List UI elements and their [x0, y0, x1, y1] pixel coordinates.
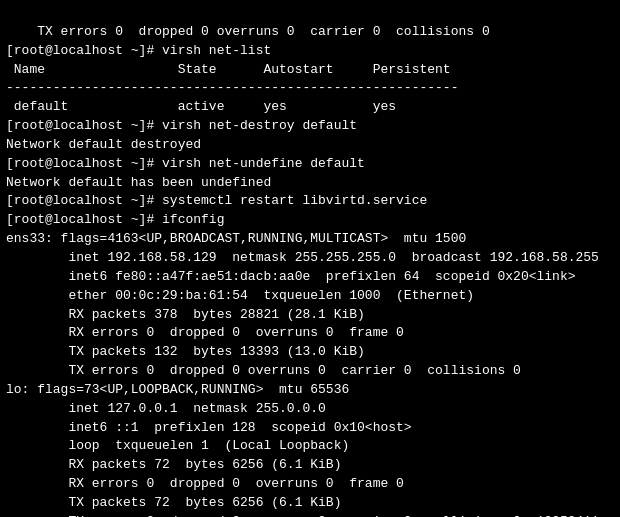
terminal-line: [root@localhost ~]# virsh net-list: [6, 42, 614, 61]
terminal-line: RX packets 72 bytes 6256 (6.1 KiB): [6, 456, 614, 475]
terminal-line: TX packets 72 bytes 6256 (6.1 KiB): [6, 494, 614, 513]
terminal-line: [root@localhost ~]# ifconfig: [6, 211, 614, 230]
terminal-line: TX errors 0 dropped 0 overruns 0 carrier…: [6, 23, 614, 42]
terminal-line: [root@localhost ~]# virsh net-destroy de…: [6, 117, 614, 136]
terminal-window: TX errors 0 dropped 0 overruns 0 carrier…: [0, 0, 620, 517]
terminal-line: TX packets 132 bytes 13393 (13.0 KiB): [6, 343, 614, 362]
terminal-line: Network default has been undefined: [6, 174, 614, 193]
terminal-line: TX errors 0 dropped 0 overruns 0 carrier…: [6, 362, 614, 381]
terminal-line: ----------------------------------------…: [6, 79, 614, 98]
terminal-line: default active yes yes: [6, 98, 614, 117]
terminal-line: RX packets 378 bytes 28821 (28.1 KiB): [6, 306, 614, 325]
terminal-line: [root@localhost ~]# systemctl restart li…: [6, 192, 614, 211]
terminal-line: RX errors 0 dropped 0 overruns 0 frame 0: [6, 475, 614, 494]
terminal-line: loop txqueuelen 1 (Local Loopback): [6, 437, 614, 456]
terminal-line: [root@localhost ~]# virsh net-undefine d…: [6, 155, 614, 174]
terminal-line: TX errors 0 dropped 0 overruns 0 carrier…: [6, 513, 614, 517]
terminal-line: ens33: flags=4163<UP,BROADCAST,RUNNING,M…: [6, 230, 614, 249]
terminal-line: inet6 ::1 prefixlen 128 scopeid 0x10<hos…: [6, 419, 614, 438]
terminal-line: RX errors 0 dropped 0 overruns 0 frame 0: [6, 324, 614, 343]
terminal-line: inet6 fe80::a47f:ae51:dacb:aa0e prefixle…: [6, 268, 614, 287]
terminal-line: Name State Autostart Persistent: [6, 61, 614, 80]
terminal-line: inet 127.0.0.1 netmask 255.0.0.0: [6, 400, 614, 419]
terminal-line: inet 192.168.58.129 netmask 255.255.255.…: [6, 249, 614, 268]
terminal-line: ether 00:0c:29:ba:61:54 txqueuelen 1000 …: [6, 287, 614, 306]
terminal-line: Network default destroyed: [6, 136, 614, 155]
terminal-line: lo: flags=73<UP,LOOPBACK,RUNNING> mtu 65…: [6, 381, 614, 400]
